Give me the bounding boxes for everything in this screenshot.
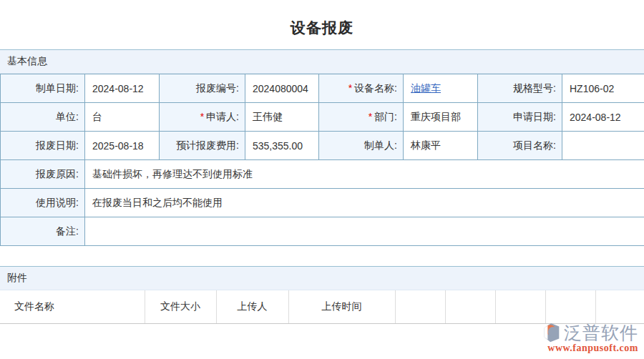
- column-header-empty: [395, 290, 445, 323]
- section-header-attachments: 附件: [0, 266, 644, 290]
- table-row: 制单日期: 2024-08-12 报废编号: 2024080004 *设备名称:…: [1, 74, 644, 103]
- field-value-remarks: [85, 217, 644, 246]
- field-value-estimated-cost: 535,355.00: [245, 132, 319, 160]
- field-label-applicant: *申请人:: [160, 103, 245, 132]
- field-label-text: 制单人:: [364, 139, 397, 151]
- field-value-department: 重庆项目部: [404, 103, 478, 132]
- field-label-text: 报废日期:: [36, 139, 79, 151]
- column-header-empty: [595, 290, 644, 323]
- field-value-usage-note: 在报废当日和之后均不能使用: [85, 189, 644, 217]
- fanpu-logo-icon: [541, 322, 562, 343]
- field-label-remarks: 备注:: [1, 217, 85, 246]
- column-header-uploader: 上传人: [216, 290, 288, 323]
- field-label-text: 项目名称:: [513, 139, 556, 151]
- field-value-apply-date: 2024-08-12: [562, 103, 644, 132]
- required-marker: *: [348, 82, 352, 94]
- field-label-text: 预计报废费用:: [176, 139, 239, 151]
- field-label-text: 申请日期:: [513, 111, 556, 122]
- field-value-scrap-no: 2024080004: [245, 74, 319, 103]
- field-value-spec-model: HZ106-02: [562, 74, 644, 103]
- field-label-department: *部门:: [319, 103, 404, 132]
- field-label-text: 报废原因:: [36, 168, 79, 180]
- field-label-text: 规格型号:: [513, 82, 556, 94]
- vendor-website-url: www.fanpusoft.com: [541, 343, 638, 354]
- field-label-apply-date: 申请日期:: [478, 103, 562, 132]
- field-label-scrap-no: 报废编号:: [160, 74, 245, 103]
- field-value-scrap-date: 2025-08-18: [85, 132, 160, 160]
- field-value-create-date: 2024-08-12: [85, 74, 160, 103]
- attachments-header-row: 文件名称 文件大小 上传人 上传时间: [0, 290, 644, 323]
- section-spacer: [0, 246, 644, 255]
- field-value-applicant: 王伟健: [245, 103, 319, 132]
- column-header-file-size: 文件大小: [145, 290, 216, 323]
- section-header-attachments-label: 附件: [7, 272, 27, 285]
- section-header-basic-info-label: 基本信息: [7, 55, 47, 68]
- basic-info-table: 制单日期: 2024-08-12 报废编号: 2024080004 *设备名称:…: [0, 74, 644, 246]
- table-row: 报废日期: 2025-08-18 预计报废费用: 535,355.00 制单人:…: [1, 132, 644, 160]
- attachments-table: 文件名称 文件大小 上传人 上传时间: [0, 290, 644, 324]
- column-header-empty: [495, 290, 545, 323]
- field-label-estimated-cost: 预计报废费用:: [160, 132, 245, 160]
- field-label-project-name: 项目名称:: [478, 132, 562, 160]
- column-header-upload-time: 上传时间: [288, 290, 395, 323]
- required-marker: *: [369, 111, 372, 122]
- field-label-text: 报废编号:: [196, 82, 239, 94]
- field-label-equipment-name: *设备名称:: [319, 74, 404, 103]
- column-header-empty: [445, 290, 495, 323]
- field-label-text: 部门:: [374, 111, 397, 122]
- field-label-usage-note: 使用说明:: [1, 189, 85, 217]
- page-title: 设备报废: [0, 0, 644, 39]
- field-label-text: 单位:: [56, 111, 79, 122]
- field-value-creator: 林康平: [404, 132, 478, 160]
- field-label-text: 申请人:: [206, 111, 239, 122]
- field-label-unit: 单位:: [1, 103, 85, 132]
- table-row: 备注:: [1, 217, 644, 246]
- field-label-creator: 制单人:: [319, 132, 404, 160]
- column-header-empty: [545, 290, 595, 323]
- column-header-file-name: 文件名称: [0, 290, 145, 323]
- table-row: 报废原因: 基础件损坏，再修理达不到使用标准: [1, 160, 644, 189]
- field-label-spec-model: 规格型号:: [478, 74, 562, 103]
- field-value-equipment-name: 油罐车: [404, 74, 478, 103]
- field-label-scrap-reason: 报废原因:: [1, 160, 85, 189]
- section-header-basic-info: 基本信息: [0, 49, 644, 74]
- vendor-logo: 泛普软件 www.fanpusoft.com: [541, 322, 638, 354]
- field-label-create-date: 制单日期:: [1, 74, 85, 103]
- vendor-brand-name: 泛普软件: [564, 324, 638, 342]
- field-label-text: 设备名称:: [354, 82, 397, 94]
- table-row: 使用说明: 在报废当日和之后均不能使用: [1, 189, 644, 217]
- field-value-scrap-reason: 基础件损坏，再修理达不到使用标准: [85, 160, 644, 189]
- equipment-name-link[interactable]: 油罐车: [411, 82, 441, 94]
- required-marker: *: [200, 111, 204, 122]
- field-value-project-name: [562, 132, 644, 160]
- field-value-unit: 台: [85, 103, 160, 132]
- table-row: 单位: 台 *申请人: 王伟健 *部门: 重庆项目部 申请日期: 2024-08…: [1, 103, 644, 132]
- field-label-text: 制单日期:: [36, 82, 79, 94]
- field-label-text: 使用说明:: [36, 197, 79, 208]
- field-label-text: 备注:: [56, 225, 79, 237]
- field-label-scrap-date: 报废日期:: [1, 132, 85, 160]
